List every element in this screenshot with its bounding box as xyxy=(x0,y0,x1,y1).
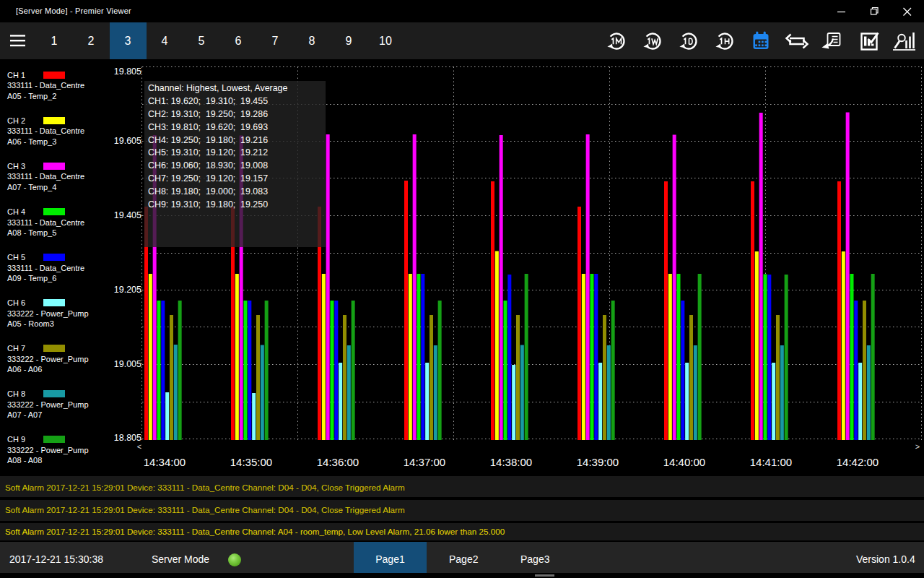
svg-text:19.005: 19.005 xyxy=(114,359,141,369)
svg-text:14:38:00: 14:38:00 xyxy=(490,456,532,468)
svg-text:19.605: 19.605 xyxy=(114,136,141,146)
svg-text:14:41:00: 14:41:00 xyxy=(750,456,792,468)
svg-text:14:37:00: 14:37:00 xyxy=(404,456,445,468)
svg-text:19.805: 19.805 xyxy=(114,66,141,77)
svg-text:14:42:00: 14:42:00 xyxy=(837,456,879,468)
svg-text:19.405: 19.405 xyxy=(114,210,141,220)
svg-text:14:39:00: 14:39:00 xyxy=(577,456,619,468)
svg-text:<: < xyxy=(137,442,141,451)
svg-text:14:35:00: 14:35:00 xyxy=(230,456,272,468)
svg-text:14:34:00: 14:34:00 xyxy=(144,456,186,468)
svg-text:18.805: 18.805 xyxy=(114,433,141,443)
svg-text:19.205: 19.205 xyxy=(114,285,141,295)
svg-text:>: > xyxy=(915,442,920,451)
svg-text:14:40:00: 14:40:00 xyxy=(663,456,705,468)
svg-text:14:36:00: 14:36:00 xyxy=(317,456,359,468)
